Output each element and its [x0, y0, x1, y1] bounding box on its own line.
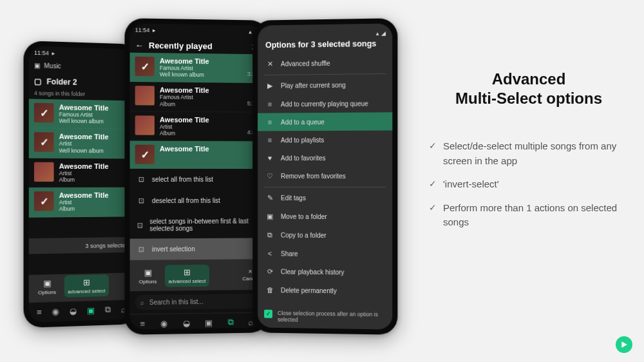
phone-center: 11:54 ▸ ▴ ◢ ← Recently played ⤨ Awesome …	[125, 18, 269, 335]
song-album: Album	[160, 100, 242, 108]
advanced-select-button[interactable]: ⊞ advanced select	[64, 274, 109, 298]
song-album: Well known album	[160, 71, 242, 79]
album-art	[135, 57, 155, 77]
option-label: Add to currently playing queue	[281, 100, 368, 108]
option-item[interactable]: ♥ Add to favorites	[258, 149, 392, 167]
song-artist: Artist	[59, 199, 129, 206]
close-after-option-toggle[interactable]: ✓ Close selection process after an optio…	[258, 304, 392, 329]
play-nav-icon[interactable]: ◉	[160, 318, 167, 328]
options-icon: ▣	[43, 278, 51, 288]
album-art	[135, 86, 155, 105]
option-label: Move to a folder	[281, 213, 327, 220]
option-item[interactable]: 🗑 Delete permanently	[258, 281, 392, 300]
app-logo	[616, 336, 632, 353]
folder-nav-icon[interactable]: ▣	[205, 318, 213, 327]
clock: 11:54	[135, 27, 150, 33]
library-icon[interactable]: ⧉	[227, 317, 233, 327]
song-title: Awesome Title	[59, 191, 129, 199]
song-artist: Artist	[59, 170, 129, 176]
option-item[interactable]: ▣ Move to a folder	[258, 207, 392, 227]
library-icon[interactable]: ⧉	[105, 305, 111, 315]
select-action-icon: ⊡	[137, 175, 146, 184]
options-icon: ▣	[144, 268, 152, 278]
close-icon: ✕	[248, 269, 252, 274]
queue-icon[interactable]: ≡	[140, 319, 146, 329]
option-label: Share	[281, 250, 298, 257]
select-action[interactable]: ⊡ select songs in-between first & last s…	[130, 211, 263, 239]
song-artist: Artist	[160, 123, 242, 130]
song-album: Well known album	[59, 118, 129, 126]
folder-title: Folder 2	[46, 77, 77, 87]
phone-right: ▴ ◢ Options for 3 selected songs ✕ Advan…	[252, 18, 397, 335]
option-label: Advanced shuffle	[281, 60, 330, 68]
song-album: Album	[160, 130, 242, 137]
option-label: Play after current song	[281, 82, 346, 90]
nav-bar: ≡ ◉ ◒ ▣ ⧉ ⌕	[29, 300, 134, 323]
option-label: Clear playback history	[281, 268, 345, 276]
select-action-label: deselect all from this list	[152, 197, 220, 204]
select-action-label: invert selection	[152, 245, 195, 253]
option-item[interactable]: ≡ Add to a queue	[258, 112, 392, 131]
option-label: Add to favorites	[281, 154, 326, 161]
select-action[interactable]: ⊡ invert selection	[130, 238, 263, 260]
song-row[interactable]: Awesome Title Artist Album 4:49	[130, 111, 263, 141]
option-item[interactable]: ▶ Play after current song	[258, 75, 392, 95]
breadcrumb-label: Music	[44, 62, 61, 70]
option-icon: ✕	[265, 60, 274, 68]
song-artist: Famous Artist	[160, 94, 242, 101]
song-album: Album	[59, 205, 129, 213]
options-button[interactable]: ▣ Options	[34, 276, 60, 298]
option-item[interactable]: ≡ Add to playlists	[258, 130, 392, 149]
play-nav-icon[interactable]: ◉	[52, 307, 59, 316]
option-icon: <	[265, 249, 274, 257]
queue-icon[interactable]: ≡	[37, 307, 42, 316]
search-bar[interactable]: ⌕ Search in this list...	[135, 294, 258, 310]
header-row: ← Recently played ⤨	[130, 36, 263, 54]
song-title: Awesome Title	[59, 133, 129, 141]
option-item[interactable]: < Share	[258, 244, 392, 263]
select-action[interactable]: ⊡ select all from this list	[130, 169, 263, 190]
folder-title-row[interactable]: ▢ Folder 2	[29, 73, 134, 92]
option-icon: ♡	[265, 172, 274, 180]
close-note: Close selection process after an option …	[278, 310, 386, 325]
select-action[interactable]: ⊡ deselect all from this list	[130, 190, 263, 211]
person-icon[interactable]: ◒	[183, 318, 190, 328]
option-item[interactable]: ⧉ Copy to a folder	[258, 226, 392, 245]
play-icon: ▸	[52, 50, 55, 57]
song-row[interactable]: Awesome Title Famous Artist Well known a…	[130, 53, 263, 84]
option-label: Add to a queue	[281, 119, 325, 126]
song-row[interactable]: Awesome Title Famous Artist Well known a…	[29, 99, 134, 129]
side-copy: Advanced Multi-Select options Select/de-…	[429, 70, 629, 239]
song-row[interactable]: Awesome Title Artist Album	[29, 187, 134, 217]
song-title: Awesome Title	[160, 145, 258, 153]
page-title: Recently played	[149, 41, 247, 52]
option-icon: ≡	[265, 100, 274, 108]
song-album: Well known album	[59, 147, 129, 154]
nav-bar: ≡ ◉ ◒ ▣ ⧉ ⌕	[130, 312, 263, 330]
song-title: Awesome Title	[160, 86, 242, 95]
option-item[interactable]: ⟳ Clear playback history	[258, 262, 392, 282]
option-icon: ⟳	[265, 267, 274, 276]
album-art	[135, 115, 155, 135]
advanced-select-icon: ⊞	[184, 267, 191, 277]
folder-icon: ▣	[34, 62, 40, 69]
option-item[interactable]: ✕ Advanced shuffle	[258, 53, 392, 73]
option-item[interactable]: ✎ Edit tags	[258, 189, 392, 207]
song-row[interactable]: Awesome Title Artist Well known album	[29, 128, 134, 158]
option-icon: ✎	[265, 194, 274, 202]
option-label: Add to playlists	[281, 137, 324, 144]
song-row[interactable]: Awesome Title	[130, 141, 263, 169]
song-row[interactable]: Awesome Title Artist Album	[29, 158, 134, 187]
person-icon[interactable]: ◒	[70, 306, 77, 316]
option-icon: ≡	[265, 118, 274, 126]
folder-nav-icon[interactable]: ▣	[87, 305, 95, 315]
song-row[interactable]: Awesome Title Famous Artist Album 5:11	[130, 82, 263, 112]
advanced-select-button[interactable]: ⊞ advanced select	[165, 265, 210, 287]
options-button[interactable]: ▣ Options	[135, 265, 161, 288]
option-item[interactable]: ♡ Remove from favorites	[258, 167, 392, 186]
play-icon: ▸	[152, 27, 155, 33]
option-item[interactable]: ≡ Add to currently playing queue	[258, 94, 392, 113]
back-icon[interactable]: ←	[135, 41, 144, 50]
feature-bullet: Perform more than 1 actions on selected …	[429, 201, 629, 230]
select-action-icon: ⊡	[137, 196, 146, 205]
